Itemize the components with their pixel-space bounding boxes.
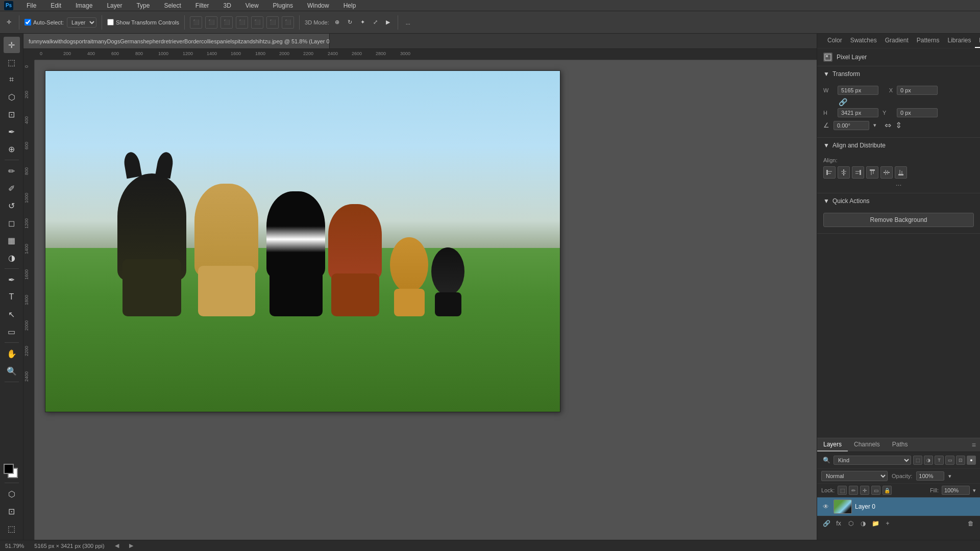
fill-dropdown[interactable]: ▾	[973, 487, 976, 494]
more-options-btn[interactable]: ...	[403, 18, 413, 27]
canvas-content[interactable]	[35, 60, 817, 540]
align-right-edge-btn[interactable]	[852, 166, 864, 179]
align-center-v-btn[interactable]: ⬛	[251, 16, 263, 29]
menu-select[interactable]: Select	[161, 1, 184, 10]
delete-layer-btn[interactable]: 🗑	[966, 518, 976, 529]
pen-tool[interactable]: ✒	[4, 271, 20, 288]
3d-orbit-btn[interactable]: ⊕	[332, 17, 342, 27]
tab-properties[interactable]: Properties	[975, 34, 980, 48]
menu-filter[interactable]: Filter	[192, 1, 212, 10]
filter-pixel-btn[interactable]: ⬚	[913, 456, 922, 465]
menu-3d[interactable]: 3D	[220, 1, 234, 10]
blend-mode-select[interactable]: Normal	[821, 471, 888, 481]
align-right-btn[interactable]: ⬛	[220, 16, 233, 29]
new-adj-layer-btn[interactable]: ◑	[858, 518, 868, 529]
flip-v-icon[interactable]: ⇕	[895, 120, 902, 130]
angle-dropdown-icon[interactable]: ▾	[873, 122, 876, 129]
artboard-btn[interactable]: ⬚	[4, 520, 20, 537]
screen-mode-btn[interactable]: ⊡	[4, 503, 20, 519]
align-h-center-btn[interactable]	[838, 166, 850, 179]
auto-select-checkbox[interactable]	[24, 19, 31, 26]
lock-position-btn[interactable]: ✛	[860, 486, 869, 495]
angle-input[interactable]	[834, 121, 869, 130]
object-select-tool[interactable]: ⬡	[4, 89, 20, 105]
type-tool[interactable]: T	[4, 289, 20, 305]
tab-gradient[interactable]: Gradient	[881, 34, 913, 48]
document-tab[interactable]: funnywalkwithdogsportraitmanyDogsGermans…	[23, 34, 330, 48]
opacity-dropdown[interactable]: ▾	[948, 473, 951, 480]
new-group-btn[interactable]: 📁	[870, 518, 880, 529]
layer-item[interactable]: 👁 Layer 0	[817, 497, 980, 516]
filter-shape-btn[interactable]: ▭	[945, 456, 954, 465]
spot-heal-tool[interactable]: ⊕	[4, 141, 20, 157]
menu-layer[interactable]: Layer	[104, 1, 125, 10]
canvas-image[interactable]	[45, 70, 560, 412]
3d-pan-btn[interactable]: ↻	[345, 17, 355, 27]
add-mask-btn[interactable]: ⬡	[846, 518, 856, 529]
remove-background-btn[interactable]: Remove Background	[823, 213, 974, 227]
link-layers-btn[interactable]: 🔗	[821, 518, 831, 529]
history-tool[interactable]: ↺	[4, 197, 20, 214]
align-left-edge-btn[interactable]	[823, 166, 836, 179]
more-align-btn[interactable]: ···	[823, 181, 974, 189]
path-select-tool[interactable]: ↖	[4, 306, 20, 322]
3d-rotate-btn[interactable]: ✦	[358, 17, 368, 27]
menu-type[interactable]: Type	[133, 1, 153, 10]
quick-mask-btn[interactable]: ⬡	[4, 486, 20, 502]
lasso-tool[interactable]: ⌗	[4, 71, 20, 88]
3d-video-btn[interactable]: ▶	[383, 17, 393, 27]
transform-section-header[interactable]: ▼ Transform	[817, 66, 980, 82]
tab-libraries[interactable]: Libraries	[943, 34, 975, 48]
crop-tool[interactable]: ⊡	[4, 106, 20, 122]
flip-h-icon[interactable]: ⇔	[885, 120, 891, 130]
tab-swatches[interactable]: Swatches	[846, 34, 881, 48]
align-section-header[interactable]: ▼ Align and Distribute	[817, 138, 980, 153]
x-input[interactable]	[897, 86, 938, 95]
align-top-btn[interactable]: ⬛	[236, 16, 248, 29]
dodge-tool[interactable]: ◑	[4, 249, 20, 266]
tab-patterns[interactable]: Patterns	[913, 34, 944, 48]
transform-controls-checkbox[interactable]	[107, 19, 114, 26]
menu-image[interactable]: Image	[72, 1, 95, 10]
move-tool[interactable]: ✛	[4, 37, 20, 53]
fg-color-swatch[interactable]	[4, 464, 14, 474]
eyedropper-tool[interactable]: ✒	[4, 123, 20, 140]
align-distribute-btn[interactable]: ⬛	[282, 16, 294, 29]
lock-image-btn[interactable]: ✏	[849, 486, 858, 495]
y-input[interactable]	[897, 108, 938, 117]
filter-adj-btn[interactable]: ◑	[924, 456, 933, 465]
layer-styles-btn[interactable]: fx	[834, 518, 844, 529]
quick-actions-header[interactable]: ▼ Quick Actions	[817, 193, 980, 209]
lock-all-btn[interactable]: 🔒	[883, 486, 892, 495]
zoom-tool[interactable]: 🔍	[4, 363, 20, 379]
layers-add-btn[interactable]: ≡	[968, 438, 980, 452]
h-input[interactable]	[838, 108, 878, 117]
hand-tool[interactable]: ✋	[4, 345, 20, 362]
align-left-btn[interactable]: ⬛	[190, 16, 202, 29]
filter-smart-btn[interactable]: ⊡	[956, 456, 965, 465]
nav-right-btn[interactable]: ▶	[129, 542, 133, 549]
layer-kind-select[interactable]: Kind	[834, 456, 911, 465]
nav-left-btn[interactable]: ◀	[115, 542, 119, 549]
lock-artboard-btn[interactable]: ▭	[871, 486, 880, 495]
menu-edit[interactable]: Edit	[47, 1, 64, 10]
align-v-center-btn[interactable]	[880, 166, 893, 179]
menu-plugins[interactable]: Plugins	[270, 1, 296, 10]
move-tool-btn[interactable]: ✛	[4, 17, 14, 27]
align-bottom-btn[interactable]: ⬛	[266, 16, 279, 29]
menu-window[interactable]: Window	[304, 1, 332, 10]
menu-file[interactable]: File	[23, 1, 39, 10]
filter-search-icon[interactable]: 🔍	[821, 455, 831, 465]
align-bottom-edge-btn[interactable]	[895, 166, 907, 179]
clone-tool[interactable]: ✐	[4, 180, 20, 196]
brush-tool[interactable]: ✏	[4, 163, 20, 179]
menu-view[interactable]: View	[242, 1, 262, 10]
new-layer-btn[interactable]: +	[883, 518, 893, 529]
shape-tool[interactable]: ▭	[4, 323, 20, 340]
filter-toggle-btn[interactable]: ●	[967, 456, 976, 465]
layers-tab-layers[interactable]: Layers	[817, 438, 848, 452]
opacity-input[interactable]	[916, 471, 944, 481]
layers-tab-channels[interactable]: Channels	[848, 438, 886, 452]
eraser-tool[interactable]: ◻	[4, 215, 20, 231]
layers-tab-paths[interactable]: Paths	[886, 438, 914, 452]
